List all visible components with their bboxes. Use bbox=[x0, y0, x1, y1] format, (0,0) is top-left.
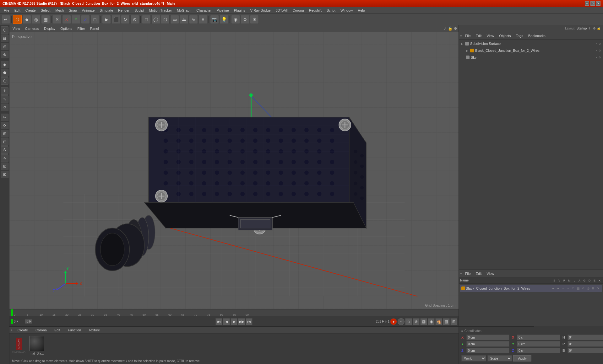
toolbar-cylinder[interactable]: ⬡ bbox=[161, 15, 170, 24]
toolbar-material[interactable]: ◉ bbox=[231, 15, 240, 24]
play-button[interactable]: ▶ bbox=[231, 318, 237, 325]
scene-bookmarks-menu[interactable]: Bookmarks bbox=[526, 33, 547, 38]
playback-opt5[interactable]: ⊞ bbox=[450, 318, 457, 325]
toolbar-undo[interactable]: ↩ bbox=[1, 15, 10, 24]
sidebar-icon-scale[interactable]: ⤡ bbox=[1, 95, 8, 103]
menu-mesh[interactable]: Mesh bbox=[53, 8, 66, 13]
sidebar-icon-weld[interactable]: ∿ bbox=[1, 154, 8, 162]
playback-mode-button[interactable]: ⊛ bbox=[413, 318, 420, 325]
viewport-menu-cameras[interactable]: Cameras bbox=[23, 26, 41, 31]
close-button[interactable]: ✕ bbox=[596, 1, 600, 6]
menu-character[interactable]: Character bbox=[194, 8, 214, 13]
viewport-menu-filter[interactable]: Filter bbox=[75, 26, 87, 31]
toolbar-landscape[interactable]: ⛰ bbox=[180, 15, 188, 24]
scene-file-menu[interactable]: File bbox=[463, 33, 473, 38]
toolbar-render-region[interactable]: ▶ bbox=[102, 15, 111, 24]
menu-edit[interactable]: Edit bbox=[12, 8, 23, 13]
object-item-junction-box[interactable]: ▶ Black_Closed_Junction_Box_for_2_Wires … bbox=[459, 47, 602, 54]
tab-create[interactable]: Create bbox=[15, 328, 30, 333]
y-pos-input[interactable] bbox=[466, 341, 509, 347]
menu-simulate[interactable]: Simulate bbox=[97, 8, 116, 13]
toolbar-light[interactable]: 💡 bbox=[220, 15, 228, 24]
scene-view-menu[interactable]: View bbox=[485, 33, 496, 38]
x-pos-input[interactable] bbox=[466, 335, 509, 340]
tab-function[interactable]: Function bbox=[65, 328, 84, 333]
toolbar-camera[interactable]: 📷 bbox=[210, 15, 219, 24]
y-size-input[interactable] bbox=[517, 341, 560, 347]
maximize-button[interactable]: □ bbox=[590, 1, 595, 6]
sidebar-icon-polygons[interactable]: ⬠ bbox=[1, 77, 8, 85]
menu-create[interactable]: Create bbox=[23, 8, 38, 13]
menu-pipeline[interactable]: Pipeline bbox=[214, 8, 231, 13]
play-fwd-button[interactable]: ▶▶ bbox=[238, 318, 245, 325]
sidebar-icon-mode-model[interactable]: ⬡ bbox=[1, 26, 8, 34]
material-mat-bla[interactable]: mat_Bla... bbox=[29, 336, 44, 355]
p-rot-input[interactable] bbox=[568, 341, 603, 347]
timeline-ruler[interactable]: 0 5 10 15 20 25 30 35 40 45 50 55 60 65 … bbox=[9, 309, 459, 316]
menu-script[interactable]: Script bbox=[324, 8, 338, 13]
menu-redshift[interactable]: Redshift bbox=[307, 8, 324, 13]
playback-opt2[interactable]: ◉ bbox=[428, 318, 435, 325]
toolbar-shader[interactable]: ⚙ bbox=[241, 15, 249, 24]
sidebar-icon-bevel[interactable]: ⊟ bbox=[1, 138, 8, 146]
toolbar-rotate-z[interactable]: Z bbox=[81, 15, 90, 24]
menu-3dtoall[interactable]: 3DToAll bbox=[273, 8, 290, 13]
x-size-input[interactable] bbox=[517, 335, 560, 340]
playback-opt4[interactable]: ▦ bbox=[443, 318, 450, 325]
viewport-expand-icon[interactable]: ⤢ bbox=[443, 26, 447, 31]
menu-corona[interactable]: Corona bbox=[290, 8, 307, 13]
toolbar-cube[interactable]: □ bbox=[142, 15, 151, 24]
sidebar-icon-live[interactable]: ⊠ bbox=[1, 171, 8, 178]
toolbar-rotate-x[interactable]: X bbox=[62, 15, 71, 24]
menu-render[interactable]: Render bbox=[116, 8, 132, 13]
toolbar-render-settings[interactable]: ↻ bbox=[121, 15, 130, 24]
layout-icons[interactable]: ⚙ 🔒 bbox=[593, 27, 600, 30]
minimize-button[interactable]: − bbox=[585, 1, 589, 6]
record-button[interactable]: ● bbox=[390, 318, 397, 325]
scene-tags-menu[interactable]: Tags bbox=[514, 33, 525, 38]
toolbar-sphere[interactable]: ◯ bbox=[151, 15, 160, 24]
world-dropdown[interactable]: World Object bbox=[461, 355, 486, 361]
menu-snap[interactable]: Snap bbox=[66, 8, 79, 13]
toolbar-render[interactable]: ⬛ bbox=[111, 15, 120, 24]
attr-view-menu[interactable]: View bbox=[485, 271, 496, 276]
menu-window[interactable]: Window bbox=[338, 8, 355, 13]
tab-edit[interactable]: Edit bbox=[52, 328, 63, 333]
toolbar-render-to[interactable]: ⊙ bbox=[130, 15, 139, 24]
sidebar-icon-rotate[interactable]: ↻ bbox=[1, 104, 8, 111]
toolbar-mode-poly[interactable]: ▦ bbox=[41, 15, 50, 24]
menu-plugins[interactable]: Plugins bbox=[231, 8, 248, 13]
sidebar-icon-knife[interactable]: ✂ bbox=[1, 114, 8, 121]
sidebar-icon-paintsel[interactable]: ⊡ bbox=[1, 163, 8, 170]
menu-file[interactable]: File bbox=[1, 8, 12, 13]
viewport-menu-view[interactable]: View bbox=[11, 26, 22, 31]
menu-help[interactable]: Help bbox=[355, 8, 367, 13]
tab-corona[interactable]: Corona bbox=[33, 328, 49, 333]
apply-button[interactable]: Apply bbox=[513, 355, 531, 361]
scale-dropdown[interactable]: Scale bbox=[487, 355, 512, 361]
scene-edit-menu[interactable]: Edit bbox=[474, 33, 484, 38]
prev-frame-button[interactable]: ◀ bbox=[223, 318, 230, 325]
menu-sculpt[interactable]: Sculpt bbox=[132, 8, 147, 13]
viewport-menu-panel[interactable]: Panel bbox=[88, 26, 101, 31]
z-pos-input[interactable] bbox=[466, 348, 509, 353]
attr-row-jbox[interactable]: Black_Closed_Junction_Box_for_2_Wires ● … bbox=[460, 285, 602, 292]
menu-mograph[interactable]: MoGraph bbox=[174, 8, 194, 13]
viewport-settings-icon[interactable]: ⚙ bbox=[454, 26, 457, 31]
menu-motion-tracker[interactable]: Motion Tracker bbox=[147, 8, 175, 13]
viewport-menu-options[interactable]: Options bbox=[58, 26, 74, 31]
menu-animate[interactable]: Animate bbox=[79, 8, 97, 13]
menu-select[interactable]: Select bbox=[38, 8, 53, 13]
toolbar-sun[interactable]: ☀ bbox=[250, 15, 259, 24]
toolbar-scale[interactable]: □ bbox=[90, 15, 99, 24]
toolbar-plane[interactable]: ▭ bbox=[170, 15, 179, 24]
object-item-sky[interactable]: Sky ✓ ⊙ bbox=[459, 54, 602, 61]
tab-texture[interactable]: Texture bbox=[86, 328, 102, 333]
scene-objects-menu[interactable]: Objects bbox=[497, 33, 513, 38]
sidebar-icon-edges[interactable]: ⬟ bbox=[1, 69, 8, 77]
sidebar-icon-mode-texture[interactable]: ▦ bbox=[1, 35, 8, 42]
toolbar-rotate-y[interactable]: Y bbox=[72, 15, 80, 24]
sidebar-icon-mode-bp[interactable]: ◎ bbox=[1, 43, 8, 50]
object-item-subdivision[interactable]: ▶ Subdivision Surface ✓ ⊙ bbox=[459, 40, 602, 47]
toolbar-mode-point[interactable]: ◆ bbox=[22, 15, 31, 24]
